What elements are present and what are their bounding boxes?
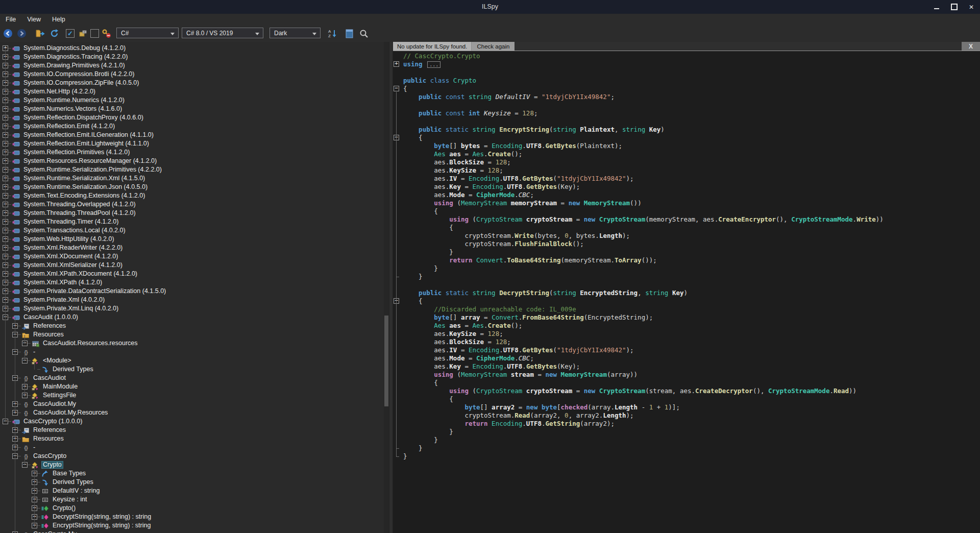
tree-item-label[interactable]: CascCrypto.My xyxy=(32,530,78,533)
menu-file[interactable]: File xyxy=(0,15,21,24)
tree-item[interactable]: +System.Numerics.Vectors (4.1.6.0) xyxy=(0,105,124,113)
fold-expand-icon[interactable]: + xyxy=(394,61,399,67)
tree-item-label[interactable]: SettingsFile xyxy=(41,392,78,399)
tree-item-label[interactable]: System.Runtime.Serialization.Primitives … xyxy=(22,166,163,174)
tree-item-label[interactable]: System.Private.Xml.Linq (4.0.2.0) xyxy=(22,305,120,312)
tree-item-label[interactable]: System.Transactions.Local (4.0.2.0) xyxy=(22,227,127,234)
panel-splitter[interactable] xyxy=(389,42,393,533)
collapsed-region-box[interactable]: ... xyxy=(427,61,440,68)
menu-view[interactable]: View xyxy=(21,15,46,24)
tree-item[interactable]: +Derived Types xyxy=(0,478,95,487)
tree-item-label[interactable]: References xyxy=(32,322,67,330)
tree-item[interactable]: +DecryptString(string, string) : string xyxy=(0,513,153,521)
tree-item-label[interactable]: CascCrypto xyxy=(32,452,68,460)
tree-item-label[interactable]: System.Reflection.DispatchProxy (4.0.6.0… xyxy=(22,114,145,122)
tree-item-label[interactable]: System.Reflection.Emit.ILGeneration (4.1… xyxy=(22,131,155,139)
tree-item[interactable]: +References xyxy=(0,322,67,330)
update-banner-close-button[interactable]: X xyxy=(962,42,980,51)
tree-item-label[interactable]: System.Runtime.Numerics (4.1.2.0) xyxy=(22,96,126,104)
tree-item-label[interactable]: CascAudiot xyxy=(32,374,67,382)
tree-item-label[interactable]: System.Reflection.Primitives (4.1.2.0) xyxy=(22,149,131,156)
tree-item-label[interactable]: System.Diagnostics.Tracing (4.2.2.0) xyxy=(22,53,129,61)
language-select[interactable]: C# xyxy=(116,28,179,38)
check-again-button[interactable]: Check again xyxy=(471,42,514,51)
tree-item[interactable]: −CascAudit (1.0.0.0) xyxy=(0,313,80,322)
tree-item[interactable]: +System.Xml.XPath (4.1.2.0) xyxy=(0,278,104,287)
forward-icon[interactable] xyxy=(17,29,27,38)
tree-item[interactable]: −Resources xyxy=(0,330,65,339)
tree-item-label[interactable]: System.Private.DataContractSerialization… xyxy=(22,287,167,295)
tree-item[interactable]: +System.Runtime.Serialization.Xml (4.1.5… xyxy=(0,174,146,183)
tree-item[interactable]: +Keysize : int xyxy=(0,495,88,504)
tree-item[interactable]: +System.Private.Xml.Linq (4.0.2.0) xyxy=(0,304,120,313)
menu-help[interactable]: Help xyxy=(46,15,71,24)
tree-item[interactable]: +System.Net.Http (4.2.2.0) xyxy=(0,87,97,96)
tree-item[interactable]: +System.Threading.Timer (4.1.2.0) xyxy=(0,217,120,226)
tree-item[interactable]: +System.Xml.XPath.XDocument (4.1.2.0) xyxy=(0,270,139,278)
minimize-button[interactable] xyxy=(933,4,940,11)
tree-item-label[interactable]: System.IO.Compression.ZipFile (4.0.5.0) xyxy=(22,79,140,87)
tree-item[interactable]: +System.Threading.Overlapped (4.1.2.0) xyxy=(0,200,137,209)
tree-item-label[interactable]: System.Web.HttpUtility (4.0.2.0) xyxy=(22,235,116,243)
maximize-button[interactable] xyxy=(950,4,958,11)
tree-item-label[interactable]: System.Xml.XPath (4.1.2.0) xyxy=(22,279,104,286)
tree-item-label[interactable]: System.Text.Encoding.Extensions (4.1.2.0… xyxy=(22,192,146,200)
tree-item[interactable]: +System.Diagnostics.Tracing (4.2.2.0) xyxy=(0,53,129,61)
panel-layout-icon[interactable] xyxy=(345,29,354,38)
tree-item[interactable]: +System.IO.Compression.Brotli (4.2.2.0) xyxy=(0,70,136,79)
tree-item-label[interactable]: System.Reflection.Emit (4.1.2.0) xyxy=(22,123,116,130)
tree-item-label[interactable]: System.Private.Xml (4.0.2.0) xyxy=(22,296,106,304)
tree-item[interactable]: +System.Private.DataContractSerializatio… xyxy=(0,287,167,296)
tree-item[interactable]: +System.Xml.XDocument (4.1.2.0) xyxy=(0,252,119,261)
tree-item-label[interactable]: Base Types xyxy=(51,470,87,477)
tree-item[interactable]: +System.Resources.ResourceManager (4.1.2… xyxy=(0,157,158,165)
tree-item-label[interactable]: System.Xml.ReaderWriter (4.2.2.0) xyxy=(22,244,124,252)
tree-item-label[interactable]: System.Drawing.Primitives (4.2.1.0) xyxy=(22,62,127,69)
tree-item-label-selected[interactable]: Crypto xyxy=(41,461,63,469)
tree-item[interactable]: +System.Reflection.Emit (4.1.2.0) xyxy=(0,122,116,131)
tree-item-label[interactable]: EncryptString(string, string) : string xyxy=(51,522,152,529)
tree-item[interactable]: +EncryptString(string, string) : string xyxy=(0,521,152,530)
tree-item[interactable]: +System.Web.HttpUtility (4.0.2.0) xyxy=(0,235,116,244)
tree-item[interactable]: +System.Transactions.Local (4.0.2.0) xyxy=(0,226,127,235)
tree-item-label[interactable]: System.Net.Http (4.2.2.0) xyxy=(22,88,97,95)
tree-item-label[interactable]: DecryptString(string, string) : string xyxy=(51,513,153,521)
tree-item-label[interactable]: - xyxy=(32,444,37,451)
tree-item-label[interactable]: System.Threading.Timer (4.1.2.0) xyxy=(22,218,120,226)
tree-item-label[interactable]: CascAudiot.My.Resources xyxy=(32,409,109,417)
sort-icon[interactable]: AZ xyxy=(327,29,337,38)
tree-item-label[interactable]: Resources xyxy=(32,435,65,443)
tree-item[interactable]: +{}CascAudiot.My xyxy=(0,400,78,408)
theme-select[interactable]: Dark xyxy=(270,28,321,38)
tree-item-label[interactable]: CascAudiot.Resources.resources xyxy=(41,340,139,347)
tree-item-label[interactable]: MainModule xyxy=(41,383,79,391)
tree-item-label[interactable]: System.Threading.Overlapped (4.1.2.0) xyxy=(22,201,137,208)
tree-item[interactable]: +System.Diagnostics.Debug (4.1.2.0) xyxy=(0,44,127,53)
tree-item-label[interactable]: System.Runtime.Serialization.Xml (4.1.5.… xyxy=(22,175,146,182)
tree-item-label[interactable]: Keysize : int xyxy=(51,496,88,503)
tree-item[interactable]: +System.Reflection.Emit.ILGeneration (4.… xyxy=(0,131,155,139)
tree-item[interactable]: +System.IO.Compression.ZipFile (4.0.5.0) xyxy=(0,79,140,87)
tree-item[interactable]: −Crypto xyxy=(0,461,63,469)
tree-item[interactable]: +System.Reflection.Primitives (4.1.2.0) xyxy=(0,148,131,157)
tree-item[interactable]: +System.Threading.ThreadPool (4.1.2.0) xyxy=(0,209,137,217)
open-file-icon[interactable] xyxy=(35,29,45,38)
tree-item-label[interactable]: System.Reflection.Emit.Lightweight (4.1.… xyxy=(22,140,151,148)
tree-item[interactable]: +System.Text.Encoding.Extensions (4.1.2.… xyxy=(0,191,146,200)
code-view[interactable]: // CascCrypto.Cryptousing ...+public cla… xyxy=(393,51,980,533)
tree-item[interactable]: +System.Private.Xml (4.0.2.0) xyxy=(0,296,106,304)
tree-item-label[interactable]: CascCrypto (1.0.0.0) xyxy=(22,418,84,425)
tree-item-label[interactable]: System.Xml.XPath.XDocument (4.1.2.0) xyxy=(22,270,139,278)
tree-item[interactable]: Derived Types xyxy=(0,365,95,374)
tree-item[interactable]: +System.Drawing.Primitives (4.2.1.0) xyxy=(0,61,127,70)
fold-collapse-icon[interactable]: − xyxy=(394,86,399,91)
tree-item-label[interactable]: CascAudiot.My xyxy=(32,400,78,408)
tree-item[interactable]: −<Module> xyxy=(0,356,73,365)
tree-item-label[interactable]: <Module> xyxy=(41,357,73,365)
tree-item-label[interactable]: CascAudit (1.0.0.0) xyxy=(22,313,80,321)
tree-item[interactable]: +{}- xyxy=(0,443,37,452)
compiler-generated-checkbox[interactable] xyxy=(90,29,100,38)
tree-item[interactable]: +SettingsFile xyxy=(0,391,78,400)
tree-scrollbar-thumb[interactable] xyxy=(384,316,388,406)
tree-item[interactable]: −CascCrypto (1.0.0.0) xyxy=(0,417,84,426)
